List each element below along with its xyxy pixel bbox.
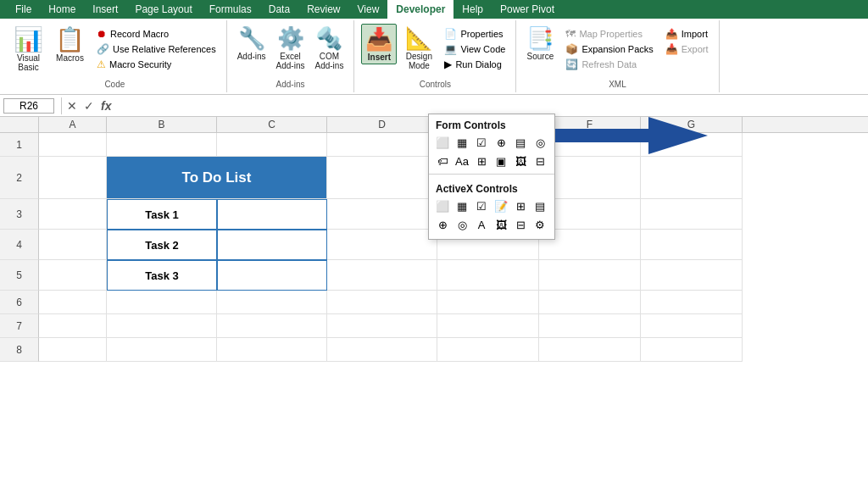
cell-a3[interactable] [39, 199, 107, 230]
tab-developer[interactable]: Developer [387, 0, 453, 19]
ax-combo-icon[interactable]: ▦ [453, 198, 470, 214]
cell-d5[interactable] [327, 260, 437, 291]
cell-a1[interactable] [39, 133, 107, 157]
fc-combo-icon[interactable]: ▦ [453, 135, 470, 150]
cell-a4[interactable] [39, 230, 107, 260]
cell-g8[interactable] [641, 338, 743, 362]
cell-c5[interactable] [217, 260, 327, 291]
ax-check-icon[interactable]: ☑ [473, 198, 490, 214]
source-button[interactable]: 📑 Source [523, 24, 557, 63]
cell-c1[interactable] [217, 133, 327, 157]
col-header-d[interactable]: D [327, 117, 437, 132]
col-header-c[interactable]: C [217, 117, 327, 132]
cell-a7[interactable] [39, 314, 107, 338]
cell-f8[interactable] [539, 338, 641, 362]
ax-scroll-icon[interactable]: ⊞ [512, 198, 529, 214]
cell-reference-input[interactable] [3, 98, 54, 114]
tab-home[interactable]: Home [40, 0, 84, 19]
properties-button[interactable]: 📄 Properties [441, 27, 509, 41]
col-header-b[interactable]: B [107, 117, 217, 132]
ax-spin-icon[interactable]: ⊕ [434, 217, 451, 232]
fc-spin-icon[interactable]: ⊕ [492, 135, 509, 150]
cell-f5[interactable] [539, 260, 641, 291]
cell-b8[interactable] [107, 338, 217, 362]
fc-group-icon[interactable]: ▣ [492, 153, 509, 169]
cell-a5[interactable] [39, 260, 107, 291]
function-icon[interactable]: fx [99, 99, 113, 113]
cell-b4-task2[interactable]: Task 2 [107, 230, 217, 260]
ax-button-icon[interactable]: ⬜ [434, 198, 451, 214]
cell-d7[interactable] [327, 314, 437, 338]
cell-f6[interactable] [539, 291, 641, 314]
fc-list-icon[interactable]: ▤ [512, 135, 529, 150]
cell-c7[interactable] [217, 314, 327, 338]
cell-g3[interactable] [641, 199, 743, 230]
cell-g7[interactable] [641, 314, 743, 338]
tab-file[interactable]: File [7, 0, 40, 19]
cell-e5[interactable] [437, 260, 539, 291]
use-relative-refs-button[interactable]: 🔗 Use Relative References [93, 42, 220, 56]
ax-radio-icon[interactable]: ◎ [453, 217, 470, 232]
cell-c3[interactable] [217, 199, 327, 230]
cancel-icon[interactable]: ✕ [65, 99, 79, 113]
cell-b7[interactable] [107, 314, 217, 338]
formula-input[interactable] [116, 100, 865, 112]
cell-d3[interactable] [327, 199, 437, 230]
cell-c6[interactable] [217, 291, 327, 314]
export-button[interactable]: 📥 Export [662, 42, 712, 56]
cell-d6[interactable] [327, 291, 437, 314]
tab-data[interactable]: Data [260, 0, 298, 19]
cell-g4[interactable] [641, 230, 743, 260]
fc-check-icon[interactable]: ☑ [473, 135, 490, 150]
ax-more-icon[interactable]: ⚙ [531, 217, 548, 232]
tab-formulas[interactable]: Formulas [201, 0, 260, 19]
macro-security-button[interactable]: ⚠ Macro Security [93, 58, 220, 71]
cell-e6[interactable] [437, 291, 539, 314]
cell-d4[interactable] [327, 230, 437, 260]
cell-b6[interactable] [107, 291, 217, 314]
tab-help[interactable]: Help [453, 0, 492, 19]
ax-label-icon[interactable]: A [473, 217, 490, 232]
cell-e8[interactable] [437, 338, 539, 362]
cell-g5[interactable] [641, 260, 743, 291]
col-header-a[interactable]: A [39, 117, 107, 132]
map-properties-button[interactable]: 🗺 Map Properties [562, 27, 656, 41]
expansion-packs-button[interactable]: 📦 Expansion Packs [562, 42, 656, 56]
record-macro-button[interactable]: ⏺ Record Macro [93, 27, 220, 41]
fc-radio-icon[interactable]: ◎ [531, 135, 548, 150]
tab-review[interactable]: Review [298, 0, 348, 19]
tab-page-layout[interactable]: Page Layout [126, 0, 200, 19]
ax-text-icon[interactable]: 📝 [492, 198, 509, 214]
add-ins-button[interactable]: 🔧 Add-ins [234, 24, 270, 63]
cell-d1[interactable] [327, 133, 437, 157]
fc-img-icon[interactable]: 🖼 [512, 153, 529, 169]
cell-g2[interactable] [641, 157, 743, 199]
fc-label-icon[interactable]: 🏷 [434, 153, 451, 169]
cell-f7[interactable] [539, 314, 641, 338]
cell-b1[interactable] [107, 133, 217, 157]
cell-a6[interactable] [39, 291, 107, 314]
cell-a8[interactable] [39, 338, 107, 362]
ax-image-icon[interactable]: 🖼 [492, 217, 509, 232]
fc-scroll-icon[interactable]: ⊞ [473, 153, 490, 169]
cell-g6[interactable] [641, 291, 743, 314]
insert-button[interactable]: 📥 Insert [361, 24, 397, 64]
ax-toggle-icon[interactable]: ⊟ [512, 217, 529, 232]
import-button[interactable]: 📤 Import [662, 27, 712, 41]
excel-add-ins-button[interactable]: ⚙️ ExcelAdd-ins [273, 24, 309, 72]
cell-c4[interactable] [217, 230, 327, 260]
fc-aa-icon[interactable]: Aa [453, 153, 470, 169]
run-dialog-button[interactable]: ▶ Run Dialog [441, 58, 509, 71]
cell-a2[interactable] [39, 157, 107, 199]
cell-b2-todo-header[interactable]: To Do List [107, 157, 327, 199]
cell-b5-task3[interactable]: Task 3 [107, 260, 217, 291]
tab-view[interactable]: View [349, 0, 388, 19]
refresh-data-button[interactable]: 🔄 Refresh Data [562, 58, 656, 71]
ax-list-icon[interactable]: ▤ [531, 198, 548, 214]
cell-c8[interactable] [217, 338, 327, 362]
fc-more-icon[interactable]: ⊟ [531, 153, 548, 169]
tab-power-pivot[interactable]: Power Pivot [492, 0, 563, 19]
cell-e7[interactable] [437, 314, 539, 338]
cell-d8[interactable] [327, 338, 437, 362]
macros-button[interactable]: 📋 Macros [52, 24, 88, 64]
